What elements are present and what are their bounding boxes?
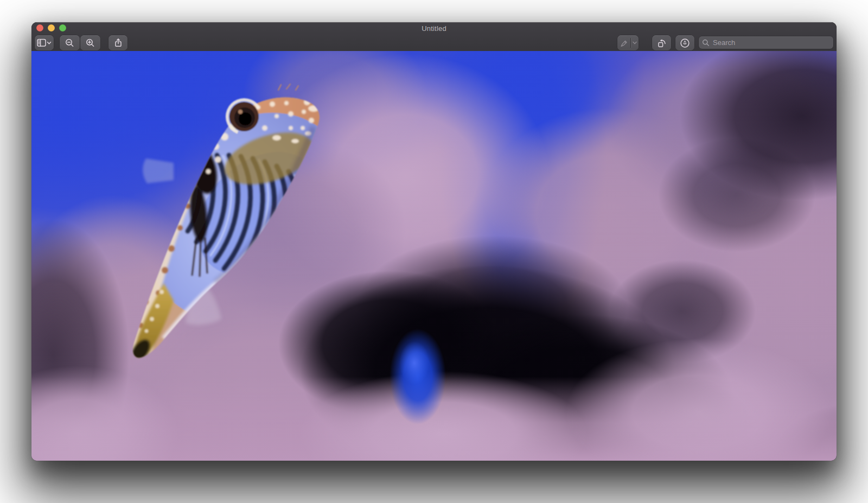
photo-background — [31, 51, 837, 461]
markup-button[interactable] — [675, 35, 694, 50]
share-button[interactable] — [108, 35, 127, 50]
titlebar-toolbar: Untitled — [31, 22, 837, 52]
rotate-left-icon — [657, 38, 667, 48]
pectoral-fin — [143, 158, 174, 183]
photo-canvas — [31, 51, 837, 461]
chevron-down-icon — [48, 42, 51, 43]
marker-icon — [620, 39, 629, 48]
search-field[interactable] — [699, 36, 833, 49]
highlight-button-group[interactable] — [617, 35, 639, 50]
sidebar-icon — [37, 39, 52, 48]
window-title: Untitled — [31, 24, 837, 34]
sidebar-toggle-button[interactable] — [35, 35, 54, 50]
chevron-down-icon — [632, 41, 637, 45]
zoom-out-button[interactable] — [60, 35, 80, 50]
rotate-left-button[interactable] — [652, 35, 671, 50]
share-icon — [113, 38, 123, 48]
search-input[interactable] — [712, 38, 830, 47]
zoom-in-button[interactable] — [80, 35, 100, 50]
zoom-in-icon — [86, 39, 95, 48]
zoom-out-icon — [65, 39, 74, 48]
pufferfish-photo — [31, 51, 837, 461]
markup-pen-icon — [680, 38, 690, 48]
preview-window: Untitled — [31, 22, 837, 461]
screenshot-stage: Untitled — [0, 0, 868, 503]
search-icon — [702, 39, 710, 47]
